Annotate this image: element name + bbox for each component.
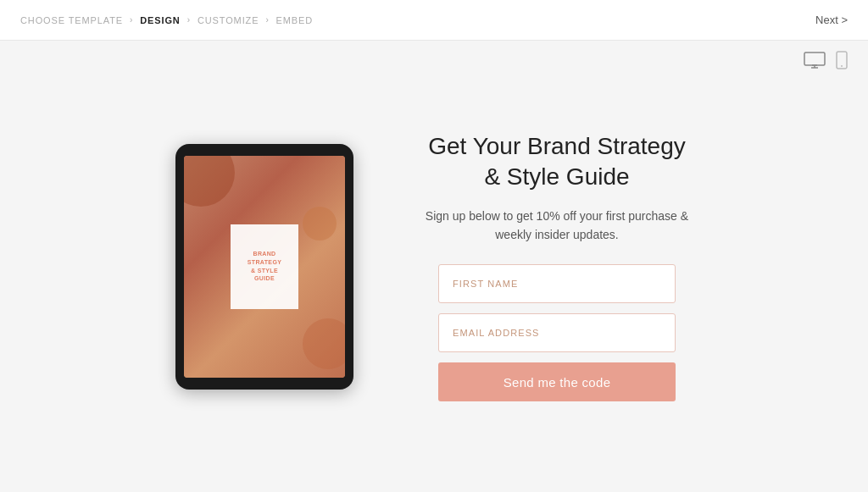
panel-title: Get Your Brand Strategy & Style Guide	[421, 131, 693, 193]
first-name-input[interactable]	[438, 264, 676, 303]
arrow-1: ›	[130, 15, 133, 25]
nav-steps: CHOOSE TEMPLATE › DESIGN › CUSTOMIZE › E…	[20, 15, 313, 25]
tablet-screen: BRAND STRATEGY & STYLE GUIDE	[184, 156, 345, 378]
desktop-view-icon[interactable]	[804, 52, 826, 72]
submit-button[interactable]: Send me the code	[438, 362, 676, 401]
step-embed[interactable]: EMBED	[276, 15, 314, 25]
tablet-book-title: BRAND STRATEGY & STYLE GUIDE	[248, 250, 281, 283]
next-button[interactable]: Next >	[815, 14, 848, 26]
main-content: BRAND STRATEGY & STYLE GUIDE Get Your Br…	[0, 41, 868, 492]
top-nav: CHOOSE TEMPLATE › DESIGN › CUSTOMIZE › E…	[0, 0, 868, 41]
step-choose-template[interactable]: CHOOSE TEMPLATE	[20, 15, 123, 25]
svg-rect-0	[804, 53, 825, 65]
mobile-view-icon[interactable]	[836, 51, 848, 73]
step-customize[interactable]: CUSTOMIZE	[198, 15, 259, 25]
view-toggle	[804, 51, 848, 73]
panel-subtitle: Sign up below to get 10% off your first …	[421, 207, 693, 245]
tablet-overlay-card: BRAND STRATEGY & STYLE GUIDE	[231, 224, 298, 309]
step-design[interactable]: DESIGN	[140, 15, 180, 25]
svg-point-5	[841, 65, 843, 67]
tablet-mockup: BRAND STRATEGY & STYLE GUIDE	[175, 144, 353, 390]
arrow-3: ›	[265, 15, 269, 25]
right-panel: Get Your Brand Strategy & Style Guide Si…	[421, 131, 693, 402]
arrow-2: ›	[187, 15, 191, 25]
email-input[interactable]	[438, 313, 676, 352]
